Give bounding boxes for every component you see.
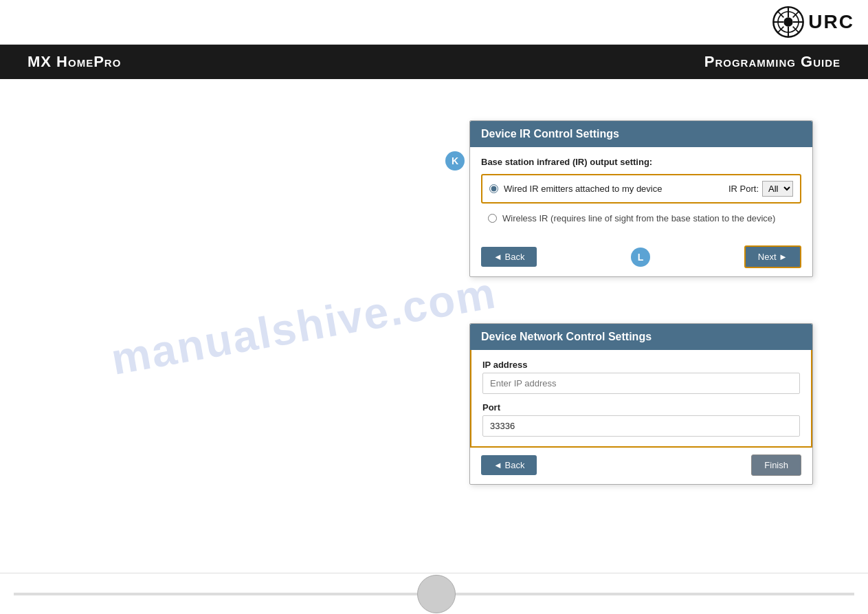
title-left: MX HomePro — [27, 53, 434, 71]
network-back-button[interactable]: ◄ Back — [481, 455, 537, 475]
port-label: Port — [482, 402, 800, 413]
ir-wireless-radio[interactable] — [488, 214, 497, 223]
ip-address-input[interactable] — [482, 373, 800, 394]
scrollbar-track[interactable] — [14, 593, 854, 595]
top-bar: URC — [0, 0, 868, 45]
svg-line-7 — [777, 11, 783, 17]
port-input[interactable] — [482, 415, 800, 437]
scrollbar-thumb[interactable] — [417, 575, 456, 613]
ir-wired-radio[interactable] — [489, 184, 498, 193]
urc-logo-text: URC — [808, 11, 854, 33]
svg-point-2 — [784, 17, 793, 26]
ir-wired-label: Wired IR emitters attached to my device … — [489, 181, 793, 197]
ir-control-panel: Device IR Control Settings Base station … — [469, 120, 813, 277]
svg-line-9 — [793, 11, 799, 17]
network-finish-button[interactable]: Finish — [751, 454, 801, 476]
bottom-bar — [0, 573, 868, 614]
title-bar: MX HomePro Programming Guide — [0, 45, 868, 79]
urc-logo-icon — [771, 5, 805, 39]
ir-wired-text: Wired IR emitters attached to my device — [504, 184, 662, 194]
ir-wired-option-row: Wired IR emitters attached to my device … — [481, 174, 801, 204]
badge-l: L — [631, 248, 650, 267]
ir-panel-header: Device IR Control Settings — [470, 121, 812, 147]
title-right: Programming Guide — [434, 53, 841, 71]
ip-label: IP address — [482, 360, 800, 370]
ir-wireless-option-row: Wireless IR (requires line of sight from… — [481, 208, 801, 229]
network-panel-body: IP address Port — [470, 350, 812, 448]
watermark: manualshive.com — [107, 267, 500, 384]
badge-k: K — [445, 151, 465, 171]
ir-panel-body: Base station infrared (IR) output settin… — [470, 147, 812, 239]
ir-wireless-label: Wireless IR (requires line of sight from… — [488, 213, 794, 223]
logo-area: URC — [771, 5, 854, 39]
svg-line-10 — [777, 27, 783, 33]
ir-panel-subtitle: Base station infrared (IR) output settin… — [481, 157, 801, 167]
ir-next-button[interactable]: Next ► — [744, 245, 801, 268]
ir-panel-footer: ◄ Back L Next ► — [470, 239, 812, 276]
ir-port-select[interactable]: All 1 2 3 — [762, 181, 793, 197]
content-area: manualshive.com K Device IR Control Sett… — [0, 79, 868, 573]
ir-port-label-text: IR Port: — [728, 184, 759, 194]
network-control-panel: Device Network Control Settings IP addre… — [469, 323, 813, 485]
ir-back-button[interactable]: ◄ Back — [481, 247, 537, 267]
ir-wireless-text: Wireless IR (requires line of sight from… — [502, 213, 775, 223]
svg-line-8 — [793, 27, 799, 33]
ir-port-area: IR Port: All 1 2 3 — [728, 181, 793, 197]
network-panel-footer: ◄ Back Finish — [470, 448, 812, 484]
network-panel-header: Device Network Control Settings — [470, 324, 812, 350]
